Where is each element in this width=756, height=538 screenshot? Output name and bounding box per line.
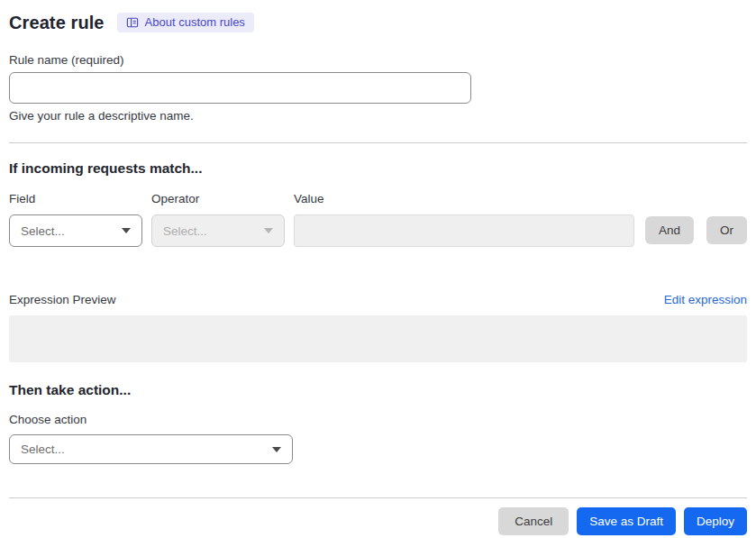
field-column: Field Select... xyxy=(9,191,142,247)
chevron-down-icon xyxy=(272,447,281,452)
choose-action-select[interactable]: Select... xyxy=(9,434,293,464)
save-as-draft-button[interactable]: Save as Draft xyxy=(577,507,676,535)
expression-preview-header: Expression Preview Edit expression xyxy=(9,292,747,307)
rule-name-input[interactable] xyxy=(9,72,471,104)
value-column: Value xyxy=(294,191,634,247)
operator-select-placeholder: Select... xyxy=(163,224,207,238)
create-rule-page: Create rule About custom rules Rule name… xyxy=(0,0,756,538)
deploy-button[interactable]: Deploy xyxy=(684,507,747,535)
expression-preview-box xyxy=(9,315,747,362)
page-title: Create rule xyxy=(9,11,105,34)
field-select-placeholder: Select... xyxy=(21,224,65,238)
rule-name-label: Rule name (required) xyxy=(9,52,747,68)
choose-action-placeholder: Select... xyxy=(21,442,65,456)
match-section-heading: If incoming requests match... xyxy=(9,160,747,177)
section-divider xyxy=(9,142,747,143)
choose-action-label: Choose action xyxy=(9,412,747,427)
field-select[interactable]: Select... xyxy=(9,214,142,247)
field-label: Field xyxy=(9,191,142,206)
or-button[interactable]: Or xyxy=(706,216,747,244)
rule-name-group: Rule name (required) Give your rule a de… xyxy=(9,52,747,123)
cancel-button[interactable]: Cancel xyxy=(498,507,569,535)
chevron-down-icon xyxy=(264,228,273,233)
operator-label: Operator xyxy=(151,191,285,206)
value-label: Value xyxy=(294,191,634,206)
about-custom-rules-label: About custom rules xyxy=(145,13,245,32)
footer-actions: Cancel Save as Draft Deploy xyxy=(9,507,747,535)
edit-expression-link[interactable]: Edit expression xyxy=(664,293,747,306)
and-button[interactable]: And xyxy=(645,216,694,244)
condition-row: Field Select... Operator Select... Value… xyxy=(9,191,747,247)
action-section-heading: Then take action... xyxy=(9,381,747,398)
about-custom-rules-link[interactable]: About custom rules xyxy=(117,13,254,32)
footer-divider xyxy=(9,497,747,498)
docs-book-icon xyxy=(126,16,139,29)
chevron-down-icon xyxy=(122,228,131,233)
page-header: Create rule About custom rules xyxy=(9,11,747,34)
expression-preview-label: Expression Preview xyxy=(9,292,116,307)
operator-column: Operator Select... xyxy=(151,191,285,247)
value-input xyxy=(294,214,634,247)
operator-select: Select... xyxy=(151,214,285,247)
rule-name-helper: Give your rule a descriptive name. xyxy=(9,109,747,123)
